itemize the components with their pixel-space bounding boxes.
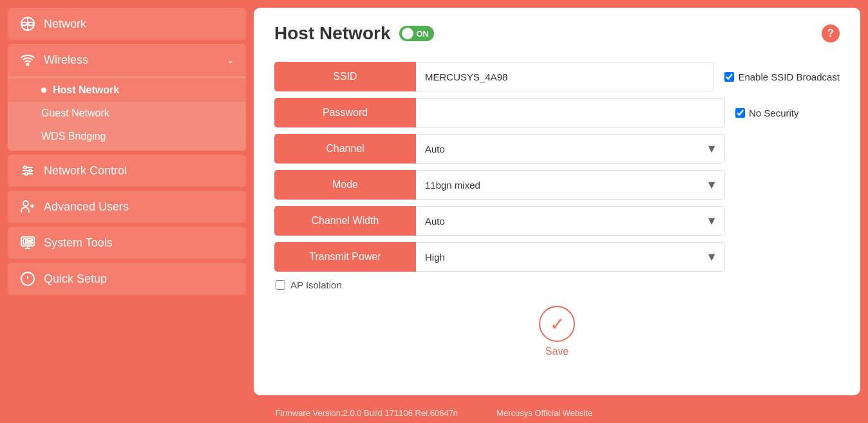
submenu-wds-label: WDS Bridging	[41, 131, 106, 142]
mode-select[interactable]: 11bgn mixed 11b only 11g only 11n only	[416, 170, 725, 200]
svg-rect-14	[27, 239, 32, 241]
channel-width-row: Channel Width Auto 20MHz 40MHz ▼	[274, 206, 840, 236]
submenu-item-host-network[interactable]: Host Network	[8, 79, 246, 102]
transmit-power-label: Transmit Power	[274, 242, 416, 272]
network-icon	[19, 15, 36, 32]
sidebar-system-tools-label: System Tools	[44, 236, 234, 250]
svg-point-6	[24, 166, 26, 169]
ssid-aside: Enable SSID Broadcast	[724, 71, 840, 82]
ssid-label: SSID	[274, 62, 416, 91]
sidebar: Network Wireless ⌄ Host N	[8, 8, 246, 395]
submenu-item-wds-bridging[interactable]: WDS Bridging	[8, 125, 246, 148]
firmware-version: Firmware Version:2.0.0 Build 171106 Rel.…	[276, 408, 458, 418]
no-security-label: No Security	[749, 108, 799, 118]
svg-point-2	[27, 64, 29, 66]
enable-ssid-broadcast-checkbox[interactable]	[724, 72, 734, 82]
channel-width-select-wrapper: Auto 20MHz 40MHz ▼	[416, 206, 725, 236]
transmit-power-select[interactable]: High Medium Low	[416, 242, 725, 272]
transmit-power-row: Transmit Power High Medium Low ▼	[274, 242, 840, 272]
page-title: Host Network	[274, 23, 390, 44]
channel-select-wrapper: Auto 1234 5678 91011 ▼	[416, 134, 725, 164]
advanced-users-icon	[19, 198, 36, 215]
svg-point-7	[29, 169, 32, 172]
sidebar-item-wireless[interactable]: Wireless ⌄	[8, 44, 246, 76]
ap-isolation-label: AP Isolation	[290, 279, 342, 290]
submenu-guest-label: Guest Network	[41, 108, 109, 119]
wireless-icon	[19, 52, 36, 68]
mode-label: Mode	[274, 170, 416, 200]
ap-isolation-checkbox[interactable]	[276, 280, 285, 290]
active-dot	[41, 88, 46, 93]
save-section: ✓ Save	[274, 306, 840, 357]
save-label: Save	[545, 346, 569, 357]
sidebar-network-label: Network	[44, 17, 234, 31]
ssid-input[interactable]	[416, 62, 714, 91]
sidebar-item-network[interactable]: Network	[8, 8, 246, 40]
svg-point-9	[23, 201, 28, 206]
password-aside: No Security	[735, 108, 799, 118]
footer: Firmware Version:2.0.0 Build 171106 Rel.…	[0, 403, 868, 423]
network-control-icon	[19, 162, 36, 179]
channel-width-select[interactable]: Auto 20MHz 40MHz	[416, 206, 725, 236]
submenu-item-guest-network[interactable]: Guest Network	[8, 102, 246, 125]
sidebar-item-advanced-users[interactable]: Advanced Users	[8, 191, 246, 223]
sidebar-network-control-label: Network Control	[44, 164, 234, 178]
svg-point-8	[25, 173, 28, 175]
ssid-row: SSID Enable SSID Broadcast	[274, 62, 840, 91]
channel-label: Channel	[274, 134, 416, 164]
content-title: Host Network ON	[274, 23, 434, 44]
toggle-circle	[402, 28, 413, 39]
chevron-down-icon: ⌄	[227, 55, 234, 65]
host-network-toggle[interactable]: ON	[399, 26, 434, 41]
sidebar-wireless-wrapper: Wireless ⌄ Host Network Guest Network WD…	[8, 44, 246, 151]
wireless-submenu: Host Network Guest Network WDS Bridging	[8, 76, 246, 151]
mode-row: Mode 11bgn mixed 11b only 11g only 11n o…	[274, 170, 840, 200]
content-header: Host Network ON ?	[274, 23, 840, 44]
svg-rect-13	[23, 239, 26, 244]
mode-select-wrapper: 11bgn mixed 11b only 11g only 11n only ▼	[416, 170, 725, 200]
system-tools-icon	[19, 234, 36, 251]
sidebar-wireless-label: Wireless	[44, 53, 219, 67]
submenu-host-label: Host Network	[53, 84, 119, 96]
content-area: Host Network ON ? SSID Enable SSID Broad…	[254, 8, 860, 395]
channel-width-label: Channel Width	[274, 206, 416, 236]
sidebar-advanced-users-label: Advanced Users	[44, 200, 234, 214]
channel-select[interactable]: Auto 1234 5678 91011	[416, 134, 725, 164]
password-label: Password	[274, 98, 416, 127]
svg-rect-15	[27, 242, 32, 244]
password-row: Password No Security	[274, 98, 840, 127]
save-button[interactable]: ✓ Save	[539, 306, 575, 357]
save-circle-icon: ✓	[539, 306, 575, 342]
password-input[interactable]	[416, 98, 725, 127]
sidebar-item-network-control[interactable]: Network Control	[8, 155, 246, 187]
ap-isolation-row: AP Isolation	[274, 279, 840, 290]
enable-ssid-broadcast-label: Enable SSID Broadcast	[738, 71, 840, 82]
official-website-link[interactable]: Mercusys Official Website	[496, 408, 592, 418]
no-security-checkbox[interactable]	[735, 108, 745, 118]
sidebar-item-system-tools[interactable]: System Tools	[8, 227, 246, 259]
toggle-label: ON	[416, 29, 429, 39]
channel-row: Channel Auto 1234 5678 91011 ▼	[274, 134, 840, 164]
sidebar-item-quick-setup[interactable]: Quick Setup	[8, 263, 246, 295]
help-icon[interactable]: ?	[822, 24, 840, 42]
transmit-power-select-wrapper: High Medium Low ▼	[416, 242, 725, 272]
quick-setup-icon	[19, 270, 36, 287]
sidebar-quick-setup-label: Quick Setup	[44, 272, 234, 286]
